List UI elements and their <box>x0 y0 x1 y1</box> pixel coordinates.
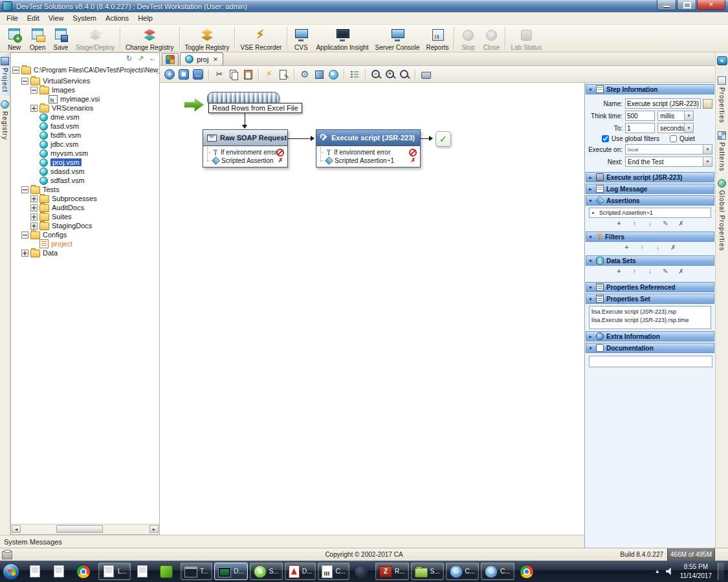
tree-item[interactable]: VRScenarios <box>11 103 159 113</box>
taskbar-item[interactable] <box>1 563 23 580</box>
taskbar-item[interactable]: C... <box>481 563 514 580</box>
to-unit-select[interactable]: seconds <box>657 123 694 133</box>
section-header-extra-information[interactable]: Extra Information <box>586 331 714 341</box>
panel-action-button[interactable] <box>646 220 654 228</box>
execute-on-select[interactable]: local <box>625 144 712 155</box>
tree-item[interactable]: Tests <box>11 185 159 194</box>
panel-action-button[interactable] <box>654 244 662 252</box>
taskbar-item[interactable]: C... <box>318 563 349 580</box>
properties-set-list[interactable]: lisa.Execute script (JSR-223).rsp lisa.E… <box>589 306 711 329</box>
toolbar-button[interactable]: Toggle Registry <box>182 26 233 52</box>
editor-toolbar-button[interactable] <box>228 69 239 80</box>
step-header[interactable]: Raw SOAP Request <box>203 130 287 146</box>
toolbar-button[interactable]: CVS <box>289 26 313 52</box>
tree-toggle[interactable] <box>21 78 28 85</box>
menu-item[interactable]: View <box>44 13 69 23</box>
name-input[interactable] <box>625 98 701 109</box>
use-global-filters-checkbox[interactable] <box>602 135 609 142</box>
menu-item[interactable]: Help <box>133 13 157 23</box>
tree-item[interactable]: VirtualServices <box>11 76 159 85</box>
panel-action-button[interactable] <box>678 220 685 228</box>
editor-toolbar-button[interactable] <box>399 69 410 80</box>
show-hidden-icons-button[interactable] <box>655 568 660 574</box>
toolbar-button[interactable]: Server Console <box>372 26 423 52</box>
collapse-arrow-icon[interactable] <box>588 297 593 301</box>
taskbar-item[interactable] <box>49 563 71 580</box>
section-header-documentation[interactable]: Documentation <box>586 343 714 353</box>
tree-item[interactable]: Subprocesses <box>11 194 159 203</box>
panel-action-button[interactable] <box>639 244 646 252</box>
tree-toggle[interactable] <box>12 67 19 74</box>
section-header-log-message[interactable]: Log Message <box>586 184 714 194</box>
tree-item[interactable]: fasd.vsm <box>11 122 159 131</box>
memory-indicator[interactable]: 466M of 495M <box>667 548 715 561</box>
editor-toolbar-button[interactable] <box>263 69 275 80</box>
dropdown-arrow-icon[interactable] <box>703 157 712 166</box>
toolbar-button[interactable]: Change Registry <box>122 26 177 52</box>
taskbar-item[interactable] <box>25 563 47 580</box>
tab-proj[interactable]: proj <box>180 52 223 65</box>
taskbar-item[interactable] <box>516 563 540 580</box>
editor-toolbar-button[interactable] <box>313 69 325 80</box>
collapse-arrow-icon[interactable] <box>588 175 593 180</box>
toolbar-button[interactable]: Save <box>49 26 72 52</box>
menu-item[interactable]: Actions <box>101 13 133 23</box>
collapse-arrow-icon[interactable] <box>588 235 593 239</box>
close-button[interactable] <box>697 0 725 10</box>
dropdown-arrow-icon[interactable] <box>684 111 693 120</box>
tree-toggle[interactable] <box>21 232 28 239</box>
tree-item[interactable]: myvsm.vsm <box>11 149 159 158</box>
documentation-input[interactable] <box>589 356 712 367</box>
tree-item[interactable]: Images <box>11 85 159 94</box>
toolbar-button[interactable]: Stop <box>456 26 480 52</box>
menu-item[interactable]: File <box>2 13 23 23</box>
editor-toolbar-button[interactable] <box>299 69 311 80</box>
taskbar-item[interactable]: D... <box>214 563 248 580</box>
tree-item[interactable]: Data <box>11 248 159 257</box>
tree-item[interactable]: jdbc.vsm <box>11 140 159 149</box>
assertion-list-item[interactable]: Scripted Assertion~1 <box>589 208 711 218</box>
dropdown-arrow-icon[interactable] <box>703 145 712 154</box>
collapse-arrow-icon[interactable] <box>588 87 593 92</box>
editor-toolbar-button[interactable] <box>420 69 432 80</box>
tree-item[interactable]: Configs <box>11 230 159 239</box>
palette-tab[interactable] <box>162 53 179 65</box>
taskbar-item[interactable]: L... <box>98 563 131 580</box>
tree-item[interactable]: Suites <box>11 212 159 221</box>
tree-toggle[interactable] <box>21 250 28 257</box>
toolbar-button[interactable]: Reports <box>423 26 452 52</box>
step-raw-soap-request[interactable]: Raw SOAP Request If environment error Sc… <box>203 129 288 167</box>
section-header-assertions[interactable]: Assertions <box>586 195 714 206</box>
scrollbar-thumb[interactable] <box>56 525 103 533</box>
side-tab[interactable]: Global Properties <box>716 176 728 254</box>
tree-toggle[interactable] <box>30 87 38 94</box>
section-header-execute-script[interactable]: Execute script (JSR-223) <box>586 172 714 182</box>
volume-icon[interactable] <box>666 568 674 576</box>
section-header-properties-set[interactable]: Properties Set <box>586 294 714 304</box>
think-time-input[interactable] <box>625 111 655 121</box>
taskbar-item[interactable] <box>351 563 373 580</box>
expand-arrow-icon[interactable] <box>591 211 597 215</box>
tree-toggle[interactable] <box>30 204 38 211</box>
step-execute-script[interactable]: Execute script (JSR-223) If environment … <box>316 129 421 167</box>
taskbar-item[interactable]: S... <box>411 563 444 580</box>
think-time-unit-select[interactable]: millis <box>657 111 694 121</box>
side-tab[interactable]: Registry <box>0 97 10 144</box>
section-header-data-sets[interactable]: Data Sets <box>586 255 714 266</box>
panel-action-button[interactable] <box>623 244 631 252</box>
taskbar-clock[interactable]: 8:55 PM 11/14/2017 <box>680 563 712 580</box>
toolbar-button[interactable]: VSE Recorder <box>237 26 285 52</box>
editor-toolbar-button[interactable] <box>164 69 175 80</box>
side-tab[interactable]: Properties <box>716 73 728 127</box>
horizontal-scrollbar[interactable] <box>11 524 159 534</box>
editor-toolbar-button[interactable] <box>278 69 289 80</box>
tree-toggle[interactable] <box>30 105 38 112</box>
editor-toolbar-button[interactable] <box>193 69 203 80</box>
collapse-arrow-icon[interactable] <box>588 285 593 290</box>
panel-action-button[interactable] <box>646 268 654 275</box>
dropdown-arrow-icon[interactable] <box>684 124 693 133</box>
show-desktop-button[interactable] <box>718 563 724 580</box>
step-subitem[interactable]: If environment error <box>211 148 285 156</box>
panel-action-button[interactable] <box>662 268 670 275</box>
taskbar-item[interactable]: S... <box>250 563 283 580</box>
